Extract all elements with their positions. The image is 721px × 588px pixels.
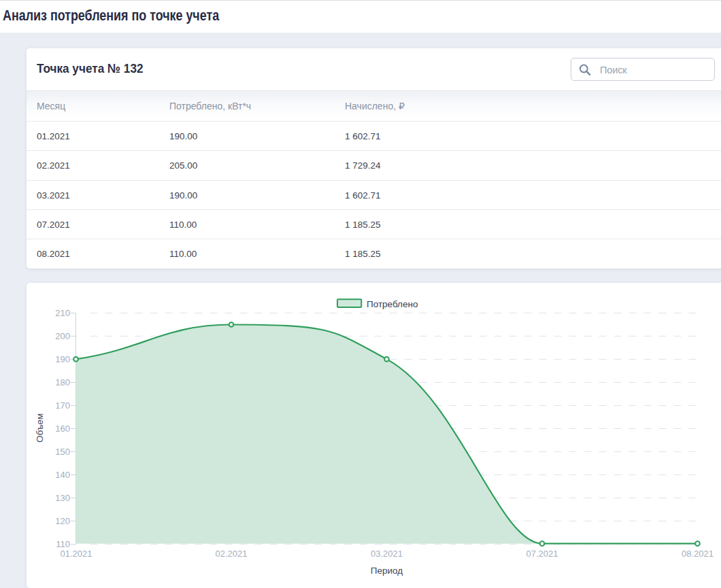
svg-text:200: 200 xyxy=(55,331,70,341)
svg-text:190: 190 xyxy=(55,354,70,364)
svg-text:08.2021: 08.2021 xyxy=(682,549,714,559)
svg-text:120: 120 xyxy=(55,516,70,526)
svg-text:07.2021: 07.2021 xyxy=(526,549,558,559)
svg-text:01.2021: 01.2021 xyxy=(61,549,93,559)
svg-text:160: 160 xyxy=(55,423,70,434)
svg-text:Объем: Объем xyxy=(35,413,45,443)
svg-text:Период: Период xyxy=(371,566,403,576)
svg-text:140: 140 xyxy=(55,470,70,480)
svg-text:180: 180 xyxy=(55,377,70,387)
svg-text:130: 130 xyxy=(55,493,70,503)
svg-text:02.2021: 02.2021 xyxy=(216,549,248,559)
svg-text:03.2021: 03.2021 xyxy=(371,549,403,559)
svg-text:210: 210 xyxy=(55,308,70,318)
svg-text:150: 150 xyxy=(55,447,70,457)
svg-text:110: 110 xyxy=(56,539,70,549)
svg-text:170: 170 xyxy=(55,400,70,411)
svg-text:Потреблено: Потреблено xyxy=(367,299,418,309)
